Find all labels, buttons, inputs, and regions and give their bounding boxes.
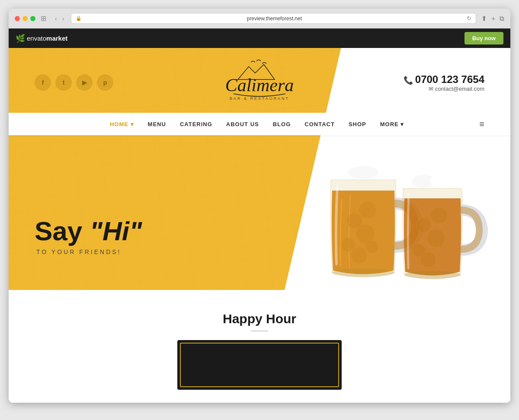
hero-text-hi: "Hi" bbox=[90, 216, 142, 246]
nav-item-shop[interactable]: SHOP bbox=[349, 120, 366, 128]
dark-card-inner bbox=[180, 343, 339, 387]
nav-blog-label[interactable]: BLOG bbox=[273, 121, 291, 127]
contact-info: 0700 123 7654 contact@email.com bbox=[404, 73, 484, 92]
nav-menu-label[interactable]: MENU bbox=[148, 121, 166, 127]
nav-more-label[interactable]: MORE ▾ bbox=[380, 121, 404, 127]
happy-hour-title: Happy Hour bbox=[35, 312, 484, 326]
svg-point-22 bbox=[404, 271, 461, 279]
nav-catering-label[interactable]: CATERING bbox=[180, 121, 212, 127]
beer-mugs-illustration bbox=[285, 126, 493, 290]
envato-brand-text: envatomarket bbox=[27, 35, 67, 42]
nav-item-contact[interactable]: CONTACT bbox=[304, 120, 335, 128]
back-button[interactable]: ‹ bbox=[53, 14, 59, 23]
email-address: contact@email.com bbox=[404, 86, 484, 92]
lock-icon: 🔒 bbox=[76, 16, 82, 21]
browser-titlebar: ⊞ ‹ › 🔒 preview.themeforest.net ↻ ⬆ + ⧉ bbox=[9, 9, 510, 29]
envato-leaf-icon: 🌿 bbox=[16, 34, 25, 43]
youtube-icon[interactable]: ▶ bbox=[76, 74, 93, 91]
svg-point-10 bbox=[359, 201, 376, 219]
toolbar-right: ⬆ + ⧉ bbox=[481, 15, 504, 22]
forward-button[interactable]: › bbox=[61, 14, 66, 23]
hero-subtext: TO YOUR FRIENDS! bbox=[36, 248, 142, 255]
url-text: preview.themeforest.net bbox=[84, 16, 464, 22]
website-content: f t ▶ p bbox=[9, 48, 510, 403]
hamburger-menu-button[interactable]: ≡ bbox=[479, 119, 484, 129]
svg-text:Calimera: Calimera bbox=[225, 75, 294, 95]
envato-bar: 🌿 envatomarket Buy now bbox=[9, 29, 510, 48]
svg-point-20 bbox=[431, 207, 447, 224]
svg-text:BAR & RESTAURANT: BAR & RESTAURANT bbox=[230, 96, 289, 101]
pinterest-icon[interactable]: p bbox=[97, 74, 113, 91]
phone-number: 0700 123 7654 bbox=[404, 73, 484, 86]
reload-button[interactable]: ↻ bbox=[467, 15, 471, 22]
envato-logo: 🌿 envatomarket bbox=[16, 34, 67, 43]
hero-content: Say "Hi" TO YOUR FRIENDS! bbox=[35, 216, 142, 255]
nav-shop-label[interactable]: SHOP bbox=[349, 121, 366, 127]
logo-svg: Calimera BAR & RESTAURANT bbox=[212, 56, 307, 103]
nav-item-about[interactable]: ABOUT US bbox=[226, 120, 259, 128]
social-icons: f t ▶ p bbox=[35, 74, 113, 91]
happy-hour-divider bbox=[251, 331, 268, 331]
minimize-button[interactable] bbox=[22, 16, 28, 21]
traffic-lights bbox=[15, 16, 35, 21]
nav-item-catering[interactable]: CATERING bbox=[180, 120, 212, 128]
new-tab-button[interactable]: + bbox=[491, 15, 495, 22]
twitter-icon[interactable]: t bbox=[55, 74, 72, 91]
nav-item-more[interactable]: MORE ▾ bbox=[380, 121, 404, 127]
svg-point-6 bbox=[348, 166, 378, 179]
svg-point-16 bbox=[430, 175, 452, 187]
maximize-button[interactable] bbox=[30, 16, 35, 21]
navigation-bar: HOME ▾ MENU CATERING ABOUT US BLOG bbox=[9, 113, 510, 135]
svg-point-18 bbox=[427, 229, 445, 247]
dark-card bbox=[177, 340, 342, 390]
buy-now-button[interactable]: Buy now bbox=[465, 32, 503, 45]
svg-point-11 bbox=[351, 247, 367, 264]
nav-item-home[interactable]: HOME ▾ bbox=[110, 121, 134, 127]
site-logo: Calimera BAR & RESTAURANT bbox=[212, 56, 307, 105]
hero-header: f t ▶ p bbox=[9, 48, 510, 113]
bottom-cards bbox=[35, 340, 484, 390]
svg-point-17 bbox=[416, 218, 431, 232]
svg-point-21 bbox=[420, 252, 436, 267]
sidebar-toggle-button[interactable]: ⊞ bbox=[41, 14, 46, 22]
close-button[interactable] bbox=[15, 16, 20, 21]
address-bar[interactable]: 🔒 preview.themeforest.net ↻ bbox=[71, 13, 476, 24]
nav-contact-label[interactable]: CONTACT bbox=[304, 121, 335, 127]
bottom-section: Happy Hour bbox=[9, 290, 510, 403]
nav-links-list: HOME ▾ MENU CATERING ABOUT US BLOG bbox=[35, 120, 479, 128]
nav-item-menu[interactable]: MENU bbox=[148, 120, 166, 128]
share-button[interactable]: ⬆ bbox=[481, 15, 487, 22]
nav-arrows: ‹ › bbox=[53, 14, 66, 23]
nav-item-blog[interactable]: BLOG bbox=[273, 120, 291, 128]
nav-about-label[interactable]: ABOUT US bbox=[226, 121, 259, 127]
nav-home-label[interactable]: HOME ▾ bbox=[110, 121, 134, 127]
facebook-icon[interactable]: f bbox=[35, 74, 51, 91]
tabs-button[interactable]: ⧉ bbox=[500, 15, 504, 22]
hero-text-say: Say bbox=[35, 216, 90, 246]
svg-point-12 bbox=[365, 240, 378, 253]
svg-point-13 bbox=[332, 268, 394, 277]
hero-section: f t ▶ p bbox=[9, 48, 510, 290]
hero-headline: Say "Hi" bbox=[35, 216, 142, 246]
